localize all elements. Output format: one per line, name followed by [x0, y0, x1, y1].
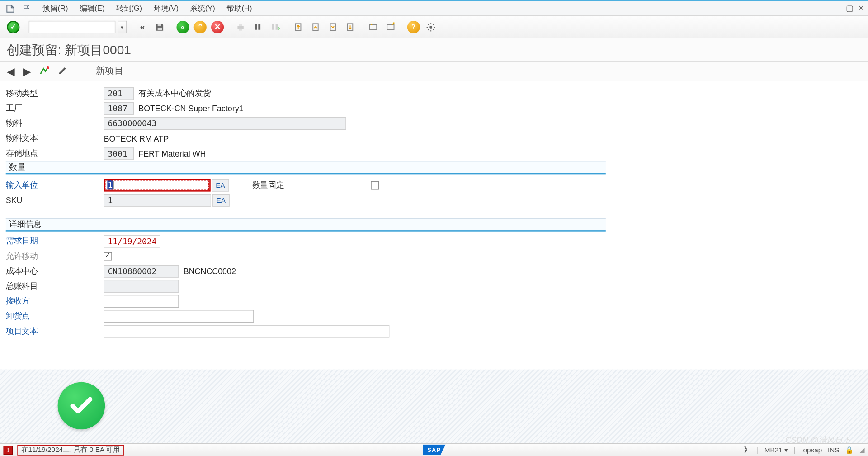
- item-text-field[interactable]: [104, 325, 390, 337]
- menu-bar: 预留(R) 编辑(E) 转到(G) 环境(V) 系统(Y) 帮助(H) — ▢ …: [0, 0, 868, 16]
- more-icon[interactable]: 》: [744, 445, 751, 455]
- application-toolbar: ◀ ▶ 新项目: [0, 62, 868, 81]
- status-resize-icon[interactable]: ◢: [859, 446, 864, 454]
- movement-type-field: 201: [104, 87, 134, 100]
- menu-reserve[interactable]: 预留(R): [37, 3, 74, 14]
- find-icon[interactable]: [250, 19, 265, 34]
- find-next-icon[interactable]: [268, 19, 283, 34]
- error-icon[interactable]: !: [4, 445, 13, 454]
- back-button[interactable]: «: [175, 19, 190, 34]
- first-page-icon[interactable]: [291, 19, 306, 34]
- status-lock-icon: 🔒: [845, 446, 854, 454]
- svg-rect-14: [387, 24, 394, 29]
- overview-icon[interactable]: [39, 65, 50, 78]
- app-menu-icon[interactable]: [5, 3, 16, 14]
- shortcut-icon[interactable]: [383, 19, 398, 34]
- customize-icon[interactable]: [424, 19, 439, 34]
- material-label: 物料: [6, 119, 104, 129]
- menu-help[interactable]: 帮助(H): [221, 3, 258, 14]
- unload-point-label[interactable]: 卸货点: [6, 311, 104, 322]
- next-item-icon[interactable]: ▶: [23, 65, 31, 78]
- last-page-icon[interactable]: [343, 19, 358, 34]
- flag-icon[interactable]: [21, 3, 33, 14]
- command-field[interactable]: [29, 20, 115, 33]
- qty-fixed-checkbox[interactable]: [371, 181, 379, 190]
- svg-rect-8: [276, 24, 278, 29]
- print-icon[interactable]: [233, 19, 248, 34]
- req-date-label[interactable]: 需求日期: [6, 236, 104, 247]
- toolbar: ▾ « « ⌃ ✕ ?: [0, 16, 868, 38]
- restore-icon[interactable]: ▢: [846, 4, 854, 13]
- sap-logo: SAP: [423, 445, 446, 455]
- allow-move-label: 允许移动: [6, 251, 104, 261]
- prev-page-icon[interactable]: [308, 19, 323, 34]
- form-body: 移动类型 201 有关成本中心的发货 工厂 1087 BOTECK-CN Sup…: [0, 81, 868, 339]
- storage-loc-label: 存储地点: [6, 148, 104, 159]
- svg-rect-1: [158, 27, 162, 30]
- svg-point-16: [47, 66, 49, 69]
- menu-system[interactable]: 系统(Y): [184, 3, 221, 14]
- save-button[interactable]: [152, 19, 167, 34]
- qty-fixed-label: 数量固定: [252, 180, 284, 190]
- page-title: 创建预留: 新项目0001: [7, 42, 861, 59]
- help-icon[interactable]: ?: [406, 19, 421, 34]
- background-hatch: [0, 370, 868, 443]
- cost-center-label: 成本中心: [6, 266, 104, 276]
- collapse-icon[interactable]: «: [135, 19, 150, 34]
- status-tcode[interactable]: MB21 ▾: [764, 446, 788, 454]
- svg-rect-13: [370, 24, 377, 29]
- detail-section-header: 详细信息: [6, 218, 606, 231]
- unit-entry-label[interactable]: 输入单位: [6, 180, 104, 190]
- material-field[interactable]: 6630000043: [104, 117, 346, 130]
- menu-edit[interactable]: 编辑(E): [74, 3, 110, 14]
- quantity-input[interactable]: 1: [104, 179, 211, 192]
- status-ins: INS: [828, 446, 840, 454]
- new-item-label: 新项目: [96, 65, 123, 77]
- material-text-label: 物料文本: [6, 133, 104, 144]
- command-dropdown[interactable]: ▾: [118, 20, 127, 33]
- edit-icon[interactable]: [58, 65, 68, 78]
- quantity-uom: EA: [212, 179, 229, 192]
- menu-env[interactable]: 环境(V): [148, 3, 184, 14]
- gl-account-label: 总账科目: [6, 281, 104, 291]
- svg-rect-3: [239, 24, 242, 26]
- minimize-icon[interactable]: —: [833, 4, 841, 13]
- plant-desc: BOTECK-CN Super Factory1: [138, 104, 243, 113]
- req-date-field[interactable]: 11/19/2024: [104, 235, 160, 247]
- svg-point-15: [429, 25, 432, 28]
- material-text-value: BOTECK RM ATP: [104, 134, 169, 143]
- recipient-label[interactable]: 接收方: [6, 296, 104, 307]
- svg-rect-5: [255, 24, 257, 29]
- unload-point-field[interactable]: [104, 310, 254, 323]
- gl-account-field[interactable]: [104, 280, 179, 293]
- sku-label: SKU: [6, 196, 104, 205]
- sku-value: 1: [104, 194, 211, 207]
- svg-rect-6: [258, 24, 260, 29]
- status-bar: ! 在11/19/2024上, 只有 0 EA 可用 SAP 》 | MB21 …: [0, 443, 868, 456]
- svg-rect-0: [158, 24, 161, 26]
- new-session-icon[interactable]: [366, 19, 381, 34]
- menu-goto[interactable]: 转到(G): [110, 3, 148, 14]
- enter-button[interactable]: [6, 19, 21, 34]
- status-user: topsap: [801, 446, 822, 454]
- movement-type-label: 移动类型: [6, 88, 104, 99]
- title-bar: 创建预留: 新项目0001: [0, 38, 868, 62]
- item-text-label[interactable]: 项目文本: [6, 326, 104, 337]
- next-page-icon[interactable]: [326, 19, 340, 34]
- plant-label: 工厂: [6, 103, 104, 114]
- prev-item-icon[interactable]: ◀: [7, 65, 15, 78]
- svg-rect-7: [272, 24, 274, 29]
- cost-center-field[interactable]: CN10880002: [104, 265, 179, 278]
- exit-button[interactable]: ⌃: [193, 19, 208, 34]
- status-message: 在11/19/2024上, 只有 0 EA 可用: [17, 445, 124, 455]
- recipient-field[interactable]: [104, 295, 179, 308]
- storage-loc-field[interactable]: 3001: [104, 147, 134, 160]
- storage-loc-desc: FERT Material WH: [138, 149, 206, 158]
- close-icon[interactable]: ✕: [858, 4, 864, 13]
- success-overlay-icon: [58, 382, 105, 430]
- cancel-button[interactable]: ✕: [210, 19, 225, 34]
- quantity-section-header: 数量: [6, 161, 606, 174]
- movement-type-desc: 有关成本中心的发货: [138, 88, 211, 99]
- allow-move-checkbox[interactable]: [104, 252, 112, 261]
- cost-center-desc: BNCNCC0002: [184, 267, 236, 276]
